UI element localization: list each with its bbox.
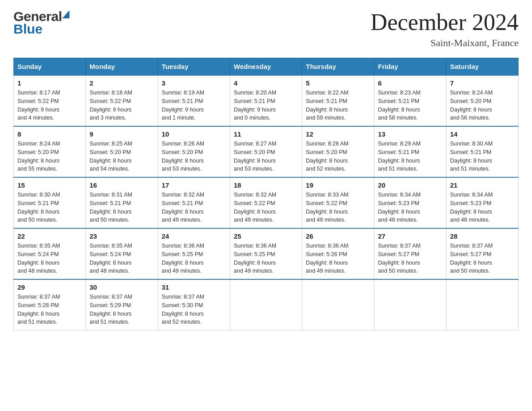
- day-number: 12: [306, 130, 370, 138]
- day-cell: 26Sunrise: 8:36 AMSunset: 5:26 PMDayligh…: [302, 228, 374, 279]
- day-cell: 16Sunrise: 8:31 AMSunset: 5:21 PMDayligh…: [86, 177, 158, 228]
- day-info: Sunrise: 8:37 AMSunset: 5:28 PMDaylight:…: [17, 294, 60, 325]
- day-cell: 17Sunrise: 8:32 AMSunset: 5:21 PMDayligh…: [158, 177, 230, 228]
- day-cell: 15Sunrise: 8:30 AMSunset: 5:21 PMDayligh…: [14, 177, 86, 228]
- logo-blue-text: Blue: [13, 21, 43, 37]
- day-cell: [446, 279, 519, 330]
- day-cell: 13Sunrise: 8:29 AMSunset: 5:21 PMDayligh…: [374, 126, 446, 177]
- calendar-table: SundayMondayTuesdayWednesdayThursdayFrid…: [13, 58, 519, 330]
- day-info: Sunrise: 8:32 AMSunset: 5:22 PMDaylight:…: [234, 192, 276, 223]
- day-cell: [374, 279, 446, 330]
- day-cell: 28Sunrise: 8:37 AMSunset: 5:27 PMDayligh…: [446, 228, 519, 279]
- day-number: 8: [17, 130, 82, 138]
- page-header: General Blue December 2024 Saint-Maixant…: [13, 9, 519, 49]
- day-number: 19: [306, 181, 370, 189]
- day-number: 16: [90, 181, 154, 189]
- day-info: Sunrise: 8:29 AMSunset: 5:21 PMDaylight:…: [378, 141, 420, 172]
- day-number: 20: [378, 181, 442, 189]
- day-cell: 12Sunrise: 8:28 AMSunset: 5:20 PMDayligh…: [302, 126, 374, 177]
- title-block: December 2024 Saint-Maixant, France: [370, 9, 519, 49]
- day-number: 22: [17, 232, 82, 240]
- day-cell: 1Sunrise: 8:17 AMSunset: 5:22 PMDaylight…: [14, 75, 86, 126]
- day-cell: 21Sunrise: 8:34 AMSunset: 5:23 PMDayligh…: [446, 177, 519, 228]
- week-row-4: 22Sunrise: 8:35 AMSunset: 5:24 PMDayligh…: [14, 228, 519, 279]
- day-number: 11: [234, 130, 298, 138]
- day-cell: 18Sunrise: 8:32 AMSunset: 5:22 PMDayligh…: [230, 177, 302, 228]
- day-info: Sunrise: 8:24 AMSunset: 5:20 PMDaylight:…: [450, 90, 493, 121]
- header-cell-friday: Friday: [374, 58, 446, 76]
- day-cell: [230, 279, 302, 330]
- day-number: 24: [162, 232, 226, 240]
- day-number: 4: [234, 79, 298, 87]
- day-cell: 10Sunrise: 8:26 AMSunset: 5:20 PMDayligh…: [158, 126, 230, 177]
- day-info: Sunrise: 8:37 AMSunset: 5:30 PMDaylight:…: [162, 294, 204, 325]
- header-row: SundayMondayTuesdayWednesdayThursdayFrid…: [14, 58, 519, 76]
- day-number: 31: [162, 283, 226, 291]
- day-number: 10: [162, 130, 226, 138]
- day-number: 1: [17, 79, 82, 87]
- day-cell: 30Sunrise: 8:37 AMSunset: 5:29 PMDayligh…: [86, 279, 158, 330]
- day-info: Sunrise: 8:26 AMSunset: 5:20 PMDaylight:…: [162, 141, 204, 172]
- day-number: 13: [378, 130, 442, 138]
- day-cell: 7Sunrise: 8:24 AMSunset: 5:20 PMDaylight…: [446, 75, 519, 126]
- header-cell-thursday: Thursday: [302, 58, 374, 76]
- day-info: Sunrise: 8:34 AMSunset: 5:23 PMDaylight:…: [378, 192, 420, 223]
- day-number: 18: [234, 181, 298, 189]
- day-number: 23: [90, 232, 154, 240]
- day-number: 28: [450, 232, 515, 240]
- day-info: Sunrise: 8:30 AMSunset: 5:21 PMDaylight:…: [17, 192, 60, 223]
- day-info: Sunrise: 8:36 AMSunset: 5:25 PMDaylight:…: [234, 243, 276, 274]
- day-cell: 8Sunrise: 8:24 AMSunset: 5:20 PMDaylight…: [14, 126, 86, 177]
- day-info: Sunrise: 8:32 AMSunset: 5:21 PMDaylight:…: [162, 192, 204, 223]
- day-info: Sunrise: 8:36 AMSunset: 5:26 PMDaylight:…: [306, 243, 348, 274]
- day-cell: 31Sunrise: 8:37 AMSunset: 5:30 PMDayligh…: [158, 279, 230, 330]
- week-row-2: 8Sunrise: 8:24 AMSunset: 5:20 PMDaylight…: [14, 126, 519, 177]
- day-cell: 3Sunrise: 8:19 AMSunset: 5:21 PMDaylight…: [158, 75, 230, 126]
- day-cell: 19Sunrise: 8:33 AMSunset: 5:22 PMDayligh…: [302, 177, 374, 228]
- day-number: 9: [90, 130, 154, 138]
- day-info: Sunrise: 8:37 AMSunset: 5:27 PMDaylight:…: [378, 243, 420, 274]
- day-info: Sunrise: 8:18 AMSunset: 5:22 PMDaylight:…: [90, 90, 132, 121]
- day-info: Sunrise: 8:37 AMSunset: 5:29 PMDaylight:…: [90, 294, 132, 325]
- day-info: Sunrise: 8:17 AMSunset: 5:22 PMDaylight:…: [17, 90, 60, 121]
- day-info: Sunrise: 8:24 AMSunset: 5:20 PMDaylight:…: [17, 141, 60, 172]
- day-info: Sunrise: 8:33 AMSunset: 5:22 PMDaylight:…: [306, 192, 348, 223]
- day-info: Sunrise: 8:23 AMSunset: 5:21 PMDaylight:…: [378, 90, 420, 121]
- header-cell-tuesday: Tuesday: [158, 58, 230, 76]
- day-cell: 14Sunrise: 8:30 AMSunset: 5:21 PMDayligh…: [446, 126, 519, 177]
- day-number: 25: [234, 232, 298, 240]
- day-cell: [302, 279, 374, 330]
- day-info: Sunrise: 8:19 AMSunset: 5:21 PMDaylight:…: [162, 90, 204, 121]
- day-cell: 11Sunrise: 8:27 AMSunset: 5:20 PMDayligh…: [230, 126, 302, 177]
- logo: General Blue: [13, 9, 69, 37]
- logo-flag-icon: [62, 10, 69, 18]
- day-info: Sunrise: 8:35 AMSunset: 5:24 PMDaylight:…: [90, 243, 132, 274]
- page-title: December 2024: [370, 9, 519, 35]
- day-cell: 27Sunrise: 8:37 AMSunset: 5:27 PMDayligh…: [374, 228, 446, 279]
- header-cell-monday: Monday: [86, 58, 158, 76]
- day-cell: 2Sunrise: 8:18 AMSunset: 5:22 PMDaylight…: [86, 75, 158, 126]
- day-cell: 24Sunrise: 8:36 AMSunset: 5:25 PMDayligh…: [158, 228, 230, 279]
- day-info: Sunrise: 8:37 AMSunset: 5:27 PMDaylight:…: [450, 243, 493, 274]
- day-number: 2: [90, 79, 154, 87]
- day-cell: 20Sunrise: 8:34 AMSunset: 5:23 PMDayligh…: [374, 177, 446, 228]
- week-row-1: 1Sunrise: 8:17 AMSunset: 5:22 PMDaylight…: [14, 75, 519, 126]
- day-number: 30: [90, 283, 154, 291]
- day-info: Sunrise: 8:28 AMSunset: 5:20 PMDaylight:…: [306, 141, 348, 172]
- day-number: 14: [450, 130, 515, 138]
- day-info: Sunrise: 8:27 AMSunset: 5:20 PMDaylight:…: [234, 141, 276, 172]
- day-number: 6: [378, 79, 442, 87]
- day-info: Sunrise: 8:35 AMSunset: 5:24 PMDaylight:…: [17, 243, 60, 274]
- day-number: 27: [378, 232, 442, 240]
- header-cell-saturday: Saturday: [446, 58, 519, 76]
- calendar-header: SundayMondayTuesdayWednesdayThursdayFrid…: [14, 58, 519, 76]
- day-info: Sunrise: 8:25 AMSunset: 5:20 PMDaylight:…: [90, 141, 132, 172]
- day-number: 26: [306, 232, 370, 240]
- day-info: Sunrise: 8:30 AMSunset: 5:21 PMDaylight:…: [450, 141, 493, 172]
- day-number: 15: [17, 181, 82, 189]
- day-cell: 5Sunrise: 8:22 AMSunset: 5:21 PMDaylight…: [302, 75, 374, 126]
- calendar-body: 1Sunrise: 8:17 AMSunset: 5:22 PMDaylight…: [14, 75, 519, 330]
- day-cell: 25Sunrise: 8:36 AMSunset: 5:25 PMDayligh…: [230, 228, 302, 279]
- day-number: 29: [17, 283, 82, 291]
- day-info: Sunrise: 8:22 AMSunset: 5:21 PMDaylight:…: [306, 90, 348, 121]
